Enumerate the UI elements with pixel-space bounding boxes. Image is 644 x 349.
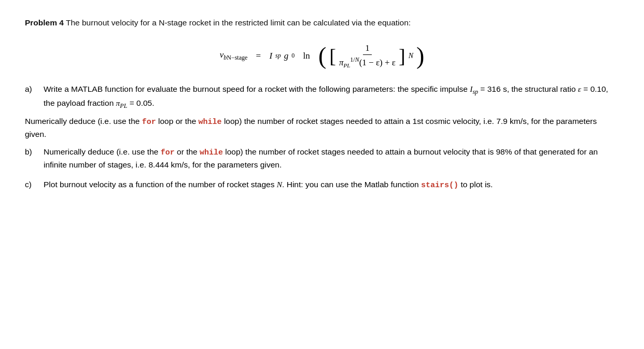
g0-symbol: g (284, 51, 289, 61)
numeric-text2: loop or the (156, 117, 199, 125)
g0-subscript: 0 (291, 52, 295, 60)
for-code-1: for (142, 118, 156, 127)
numerator: 1 (363, 43, 372, 55)
part-b-content: Numerically deduce (i.e. use the for or … (44, 146, 619, 171)
part-b: b) Numerically deduce (i.e. use the for … (25, 146, 619, 171)
part-c-text1: Plot burnout velocity as a function of t… (44, 180, 277, 189)
isp-var-sub: sp (472, 88, 478, 95)
while-code-2: while (200, 148, 223, 157)
fraction: 1 πPL1/N(1 − ε) + ε (337, 43, 398, 68)
denominator: πPL1/N(1 − ε) + ε (337, 55, 398, 68)
numeric-paragraph: Numerically deduce (i.e. use the for loo… (25, 115, 619, 141)
ln-symbol: ln (303, 51, 310, 61)
part-a: a) Write a MATLAB function for evaluate … (25, 83, 619, 110)
problem-intro: The burnout velocity for a N-stage rocke… (64, 18, 411, 27)
problem-title: Problem 4 (25, 18, 64, 27)
part-b-label: b) (25, 146, 44, 171)
for-code-2: for (161, 148, 175, 157)
part-b-text1: Numerically deduce (i.e. use the (44, 147, 161, 156)
part-c-text2: . Hint: you can use the Matlab function (282, 180, 421, 189)
isp-symbol: I (269, 51, 272, 61)
part-c-label: c) (25, 178, 44, 191)
isp-val: = 316 s, the structural ratio (478, 85, 578, 93)
equals-sign: = (256, 51, 261, 61)
part-c-text3: to plot is. (458, 180, 493, 189)
stairs-code: stairs() (421, 181, 458, 190)
part-c: c) Plot burnout velocity as a function o… (25, 178, 619, 191)
part-a-content: Write a MATLAB function for evaluate the… (44, 83, 619, 110)
part-a-label: a) (25, 83, 44, 110)
equation-block: vbN−stage = Ispg0 ln ( [ 1 πPL1/N(1 − ε)… (25, 43, 619, 68)
big-right-paren: ) (416, 44, 424, 68)
while-code-1: while (199, 118, 222, 127)
c-n-var: N (277, 180, 282, 189)
part-a-text1: Write a MATLAB function for evaluate the… (44, 85, 470, 93)
power-N: N (409, 52, 413, 60)
lhs-velocity: vbN−stage (220, 50, 248, 62)
part-b-text2: or the (175, 147, 200, 156)
big-left-paren: ( (318, 44, 326, 68)
sq-bracket-right: ] (399, 46, 405, 66)
pipl-sub: PL (120, 102, 127, 109)
numeric-text1: Numerically deduce (i.e. use the (25, 117, 142, 125)
bracket-fraction: [ 1 πPL1/N(1 − ε) + ε ] (329, 43, 405, 68)
part-c-content: Plot burnout velocity as a function of t… (44, 178, 619, 191)
sq-bracket-left: [ (329, 46, 336, 66)
pipl-val: = 0.05. (127, 99, 154, 107)
isp-subscript: sp (275, 52, 281, 60)
